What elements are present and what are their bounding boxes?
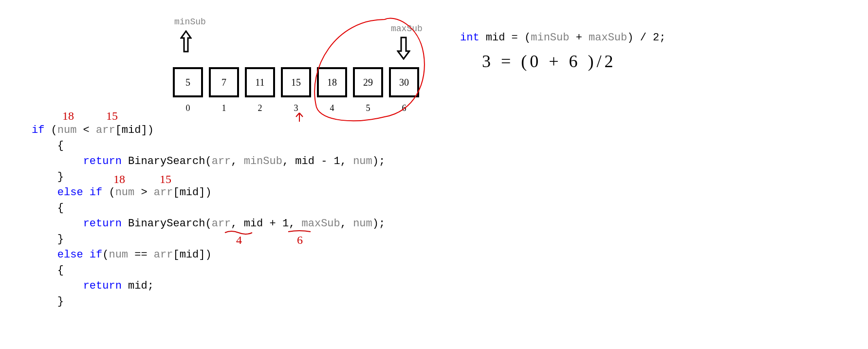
handwriting-red-18-top: 18 [62, 110, 74, 123]
bracket: [ [173, 186, 179, 199]
brace: { [32, 202, 64, 214]
bracket-close: ]) [141, 124, 153, 136]
brace: { [32, 264, 64, 276]
paren: ( [102, 249, 109, 261]
paren-close: ); [372, 218, 385, 230]
sp [122, 280, 128, 292]
sp [122, 155, 128, 167]
comma: , [289, 218, 301, 230]
id-num: num [109, 249, 128, 261]
kw-elseif: else if [57, 186, 102, 199]
array-cell-4: 18 [317, 67, 347, 97]
op-gt: > [134, 186, 154, 199]
id-maxsub: maxSub [302, 218, 340, 230]
fn-binarysearch: BinarySearch [128, 218, 205, 230]
bracket-close: ]) [199, 186, 211, 199]
expr-midp1: mid + 1 [244, 218, 289, 230]
indent [32, 155, 83, 167]
sp [122, 218, 128, 230]
array-cell-3: 15 [281, 67, 311, 97]
id-num: num [353, 155, 372, 167]
handwriting-calc: 3 = (0 + 6 )/2 [482, 51, 616, 72]
kw-return: return [83, 155, 122, 167]
array-cells: 5 7 11 15 18 29 30 [173, 67, 419, 97]
txt-rest: ) / 2; [627, 32, 665, 44]
semi: ; [148, 280, 154, 292]
txt-mideq: mid = ( [480, 32, 531, 44]
id-maxsub: maxSub [589, 32, 627, 44]
array-index-2: 2 [245, 103, 275, 113]
fn-binarysearch: BinarySearch [128, 155, 205, 167]
array-cell-0: 5 [173, 67, 203, 97]
brace: { [32, 140, 64, 152]
id-mid: mid [180, 186, 199, 199]
label-maxsub: maxSub [391, 24, 423, 34]
arrow-down-icon [397, 37, 410, 60]
kw-elseif: else if [57, 249, 102, 261]
indent [32, 186, 57, 199]
indent [32, 218, 83, 230]
paren: ( [205, 155, 211, 167]
comma: , [340, 218, 353, 230]
id-minsub: minSub [244, 155, 282, 167]
txt-plus: + [569, 32, 589, 44]
id-arr: arr [96, 124, 115, 136]
id-minsub: minSub [531, 32, 569, 44]
array-index-5: 5 [353, 103, 383, 113]
comma: , [231, 218, 243, 230]
brace: } [32, 171, 64, 183]
handwriting-red-15-top: 15 [106, 110, 118, 123]
brace: } [32, 295, 64, 308]
id-num: num [353, 218, 372, 230]
array-cell-1: 7 [209, 67, 239, 97]
handwriting-red-15-mid: 15 [160, 173, 171, 186]
comma: , [282, 155, 295, 167]
array-cell-5: 29 [353, 67, 383, 97]
id-mid: mid [128, 280, 148, 292]
array-index-1: 1 [209, 103, 239, 113]
indent [32, 280, 83, 292]
kw-return: return [83, 218, 122, 230]
bracket-close: ]) [199, 249, 211, 261]
id-mid: mid [180, 249, 199, 261]
label-minsub: minSub [174, 17, 206, 27]
id-arr: arr [154, 249, 173, 261]
kw-return: return [83, 280, 122, 292]
op-eq: == [128, 249, 154, 261]
comma: , [231, 155, 243, 167]
id-arr: arr [212, 155, 231, 167]
op-lt: < [76, 124, 96, 136]
handwriting-red-18-mid: 18 [113, 173, 125, 186]
paren: ( [44, 124, 57, 136]
code-right-mid: int mid = (minSub + maxSub) / 2; [460, 32, 666, 44]
red-pointer-under-3 [292, 112, 307, 126]
handwriting-red-4: 4 [236, 234, 242, 247]
paren: ( [102, 186, 115, 199]
paren-close: ); [372, 155, 385, 167]
brace: } [32, 233, 64, 245]
id-arr: arr [154, 186, 173, 199]
array-index-6: 6 [389, 103, 419, 113]
array-index-0: 0 [173, 103, 203, 113]
expr-midm1: mid - 1 [295, 155, 340, 167]
array-cell-6: 30 [389, 67, 419, 97]
id-num: num [57, 124, 77, 136]
paren: ( [205, 218, 211, 230]
arrow-up-icon [180, 30, 192, 54]
kw-int: int [460, 32, 480, 44]
handwriting-red-6: 6 [297, 234, 303, 247]
bracket: [ [173, 249, 179, 261]
id-mid: mid [122, 124, 141, 136]
id-arr: arr [212, 218, 231, 230]
indent [32, 249, 57, 261]
id-num: num [115, 186, 135, 199]
code-left: if (num < arr[mid]) { return BinarySearc… [32, 123, 385, 310]
array-index-4: 4 [317, 103, 347, 113]
bracket: [ [115, 124, 122, 136]
kw-if: if [32, 124, 44, 136]
comma: , [340, 155, 353, 167]
array-cell-2: 11 [245, 67, 275, 97]
